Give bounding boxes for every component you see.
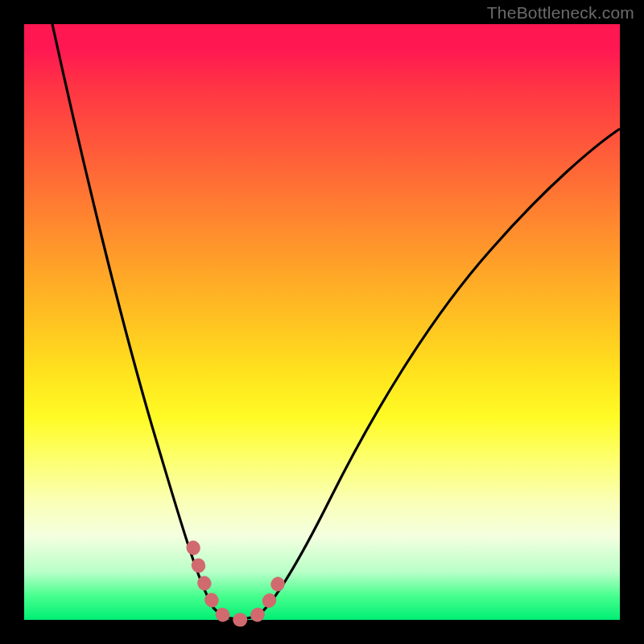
- chart-frame: TheBottleneck.com: [0, 0, 644, 644]
- valley-marker: [193, 547, 283, 620]
- watermark-label: TheBottleneck.com: [487, 3, 634, 23]
- curve-path: [52, 24, 620, 619]
- bottleneck-curve: [24, 24, 620, 620]
- plot-area: [24, 24, 620, 620]
